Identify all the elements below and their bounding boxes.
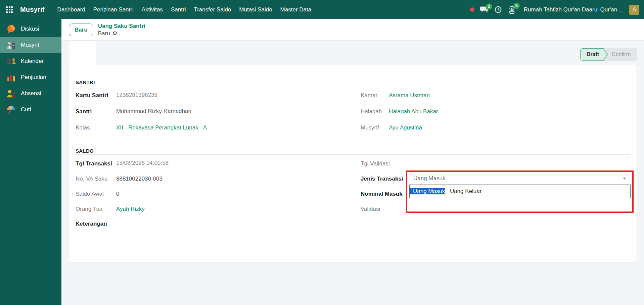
field-row-kartu-santri: Kartu Santri 1238281398239: [76, 87, 347, 104]
halaqah-link[interactable]: Halaqah Abu Bakar: [389, 108, 438, 115]
person-cabinet-icon: [6, 40, 16, 50]
orang-tua-link[interactable]: Ayah Rizky: [116, 206, 145, 213]
sidebar-item-label: Diskusi: [21, 26, 39, 32]
breadcrumb-record: Baru: [98, 30, 110, 37]
field-row-santri: Santri Muhammad Rizky Ramadhan: [76, 104, 347, 120]
sheet-top-notch: [69, 40, 96, 65]
menu-master-data[interactable]: Master Data: [276, 0, 316, 19]
svg-text:$: $: [511, 7, 513, 10]
caret-down-icon: [623, 178, 626, 180]
sidebar-item-absensi[interactable]: Absensi: [0, 85, 61, 102]
field-label: Keterangan: [76, 217, 116, 227]
status-bar: Draft Confirm: [580, 48, 637, 61]
sidebar-item-diskusi[interactable]: Diskusi: [0, 21, 61, 37]
field-row-validasi: Validasi: [361, 201, 631, 217]
field-label: Orang Tua: [76, 206, 116, 213]
company-switcher[interactable]: Rumah Tahfizh Qur'an Daarul Qur'an ...: [524, 6, 624, 13]
saldo-awal-value: 0: [116, 191, 119, 197]
messages-button[interactable]: 2: [480, 6, 489, 13]
jenis-transaksi-dropdown: Uang Masuk Uang Keluar: [409, 185, 631, 198]
field-row-kamar: Kamar Asrama Ustman: [361, 87, 631, 104]
field-row-no-va-saku: No. VA Saku 88810022030-003: [76, 171, 347, 186]
field-label: Validasi: [361, 206, 409, 213]
menu-aktivitas[interactable]: Aktivitas: [138, 0, 167, 19]
field-label: No. VA Saku: [76, 176, 116, 182]
sidebar-item-kalender[interactable]: 3 1 Kalender: [0, 53, 61, 69]
menu-perizinan-santri[interactable]: Perizinan Santri: [89, 0, 138, 19]
field-label: Halaqah: [361, 108, 389, 115]
section-title-saldo: SALDO: [76, 148, 631, 155]
sidebar-item-cuti[interactable]: Cuti: [0, 102, 61, 118]
app-sidebar: Diskusi Musyrif 3 1 Kalender Penjualan: [0, 19, 61, 305]
sidebar-item-penjualan[interactable]: Penjualan: [0, 69, 61, 85]
svg-text:3: 3: [6, 57, 11, 66]
kartu-santri-input[interactable]: 1238281398239: [116, 90, 347, 101]
gear-icon[interactable]: ⚙: [112, 30, 117, 37]
santri-input[interactable]: Muhammad Rizky Ramadhan: [116, 106, 347, 117]
field-label: Saldo Awal: [76, 191, 116, 197]
dropdown-option-uang-masuk[interactable]: Uang Masuk: [410, 188, 445, 194]
kelas-link[interactable]: XII - Rekayasa Perangkat Lunak - A: [116, 124, 207, 131]
history-button[interactable]: [494, 6, 502, 13]
menu-mutasi-saldo[interactable]: Mutasi Saldo: [235, 0, 276, 19]
no-va-saku-value: 88810022030-003: [116, 176, 163, 182]
new-record-button[interactable]: Baru: [69, 24, 93, 36]
sidebar-item-label: Penjualan: [21, 74, 46, 81]
musyrif-link[interactable]: Ayu Agustina: [389, 124, 422, 131]
jenis-transaksi-select[interactable]: Uang Masuk: [409, 173, 631, 185]
field-row-saldo-awal: Saldo Awal 0: [76, 186, 347, 201]
field-label: Nominal Masuk: [361, 191, 409, 197]
sidebar-item-label: Musyrif: [21, 42, 39, 48]
field-label: Jenis Transaksi: [361, 176, 409, 182]
section-title-santri: SANTRI: [76, 79, 631, 86]
menu-dashboard[interactable]: Dashboard: [53, 0, 89, 19]
field-label: Kelas: [76, 124, 116, 131]
menu-santri[interactable]: Santri: [167, 0, 190, 19]
field-row-tgl-transaksi: Tgl Transaksi 15/08/2025 14:00:58: [76, 156, 347, 171]
field-label: Kamar: [361, 92, 389, 99]
menu-transfer-saldo[interactable]: Transfer Saldo: [190, 0, 235, 19]
field-row-tgl-validasi: Tgl Validasi: [361, 156, 631, 171]
selected-option-text: Uang Masuk: [413, 175, 445, 182]
bar-chart-icon: [6, 72, 16, 82]
field-row-orang-tua: Orang Tua Ayah Rizky: [76, 201, 347, 217]
keterangan-textarea[interactable]: [116, 219, 347, 239]
sidebar-item-label: Cuti: [21, 106, 31, 113]
messages-badge: 2: [486, 3, 492, 10]
breadcrumb[interactable]: Uang Saku Santri: [98, 23, 145, 30]
field-row-kelas: Kelas XII - Rekayasa Perangkat Lunak - A: [76, 120, 347, 136]
field-label: Kartu Santri: [76, 92, 116, 99]
app-title: Musyrif: [20, 6, 45, 13]
activities-badge: 5: [513, 3, 520, 9]
field-label: Musyrif: [361, 124, 389, 131]
status-confirm[interactable]: Confirm: [608, 48, 637, 61]
sidebar-item-label: Kalender: [21, 58, 44, 65]
main-menu: Dashboard Perizinan Santri Aktivitas San…: [53, 0, 316, 19]
field-label: Tgl Validasi: [361, 160, 409, 167]
chat-bubble-orange-icon: [6, 24, 16, 34]
apps-grid-icon: [6, 6, 13, 13]
calendar-31-icon: 3 1: [6, 56, 16, 66]
status-draft[interactable]: Draft: [580, 48, 608, 61]
form-view: Draft Confirm SANTRI Kartu Santri 123828…: [61, 41, 644, 305]
umbrella-icon: [6, 105, 16, 115]
field-row-musyrif: Musyrif Ayu Agustina: [361, 120, 631, 136]
top-navbar: Musyrif Dashboard Perizinan Santri Aktiv…: [0, 0, 644, 19]
control-panel: Baru Uang Saku Santri Baru ⚙: [61, 19, 644, 41]
dropdown-option-uang-keluar[interactable]: Uang Keluar: [447, 188, 482, 194]
field-label: Santri: [76, 108, 116, 115]
field-label: Tgl Transaksi: [76, 160, 116, 167]
sidebar-item-musyrif[interactable]: Musyrif: [0, 37, 61, 53]
user-avatar[interactable]: A: [629, 5, 639, 15]
svg-text:1: 1: [11, 57, 16, 66]
apps-menu-button[interactable]: [0, 0, 19, 19]
tgl-transaksi-input[interactable]: 15/08/2025 14:00:58: [116, 158, 347, 169]
form-sheet: SANTRI Kartu Santri 1238281398239 Santri…: [69, 65, 637, 262]
people-yellow-icon: [6, 88, 16, 99]
sidebar-item-label: Absensi: [21, 90, 41, 97]
field-row-jenis-transaksi: Jenis Transaksi Uang Masuk Uang Masuk Ua…: [361, 171, 631, 186]
activities-button[interactable]: $ 5: [508, 5, 516, 14]
field-row-keterangan: Keterangan: [76, 217, 347, 241]
field-row-halaqah: Halaqah Halaqah Abu Bakar: [361, 104, 631, 120]
kamar-link[interactable]: Asrama Ustman: [389, 92, 430, 99]
